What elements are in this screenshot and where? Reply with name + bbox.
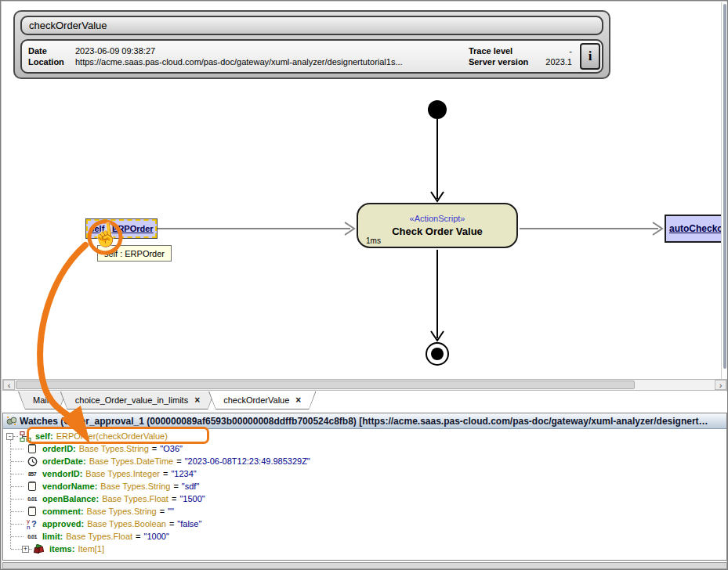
watch-value: "2023-06-08T12:23:49.985329Z" (185, 456, 310, 466)
watch-type: ERPOrder(checkOrderValue) (56, 431, 168, 441)
trace-level-value: - (545, 46, 572, 56)
watch-row-orderid[interactable]: orderID: Base Types.String = "O36" (3, 442, 726, 455)
watches-icon (6, 416, 16, 426)
watch-type: Base Types.String (87, 507, 157, 516)
equals-sign: = (163, 469, 168, 478)
tab-choice-order-value-in-limits[interactable]: choice_Order_value_in_limits × (60, 391, 215, 409)
location-value: https://acme.saas.pas-cloud.com/pas-doc/… (75, 57, 469, 67)
diagram-title: checkOrderValue (20, 16, 603, 35)
action-name: Check Order Value (392, 225, 483, 237)
object-node-label: self : ERPOrder (89, 224, 153, 233)
watches-title: Watches (Order_approval_1 (000000089af65… (20, 416, 708, 427)
equals-sign: = (152, 444, 157, 453)
watch-value: "1500" (179, 494, 205, 503)
watches-header: Watches (Order_approval_1 (000000089af65… (3, 413, 726, 429)
string-icon (25, 444, 39, 453)
initial-node (428, 100, 447, 119)
boolean-icon: y ? n (25, 519, 39, 529)
watch-row-self[interactable]: - self: ERPOrder(checkOrderValue) (3, 430, 726, 442)
action-duration: 1ms (366, 236, 381, 245)
collapse-icon[interactable]: - (6, 433, 13, 440)
tab-main[interactable]: Main (18, 391, 67, 409)
equals-sign: = (173, 482, 178, 491)
watch-row-orderdate[interactable]: orderDate: Base Types.DateTime = "2023-0… (3, 455, 726, 467)
equals-sign: = (160, 507, 165, 516)
watch-value: "sdf" (182, 482, 199, 491)
watch-type: Base Types.Boolean (87, 519, 166, 529)
watch-type: Base Types.String (100, 482, 170, 491)
watch-value: "false" (177, 519, 201, 529)
watch-row-vendorname[interactable]: vendorName: Base Types.String = "sdf" (3, 480, 726, 492)
status-bar (2, 562, 727, 569)
info-button[interactable]: i (580, 43, 600, 70)
watch-row-vendorid[interactable]: 857 vendorID: Base Types.Integer = "1234… (3, 467, 726, 480)
watch-name: self: (35, 431, 53, 441)
equals-sign: = (169, 519, 174, 529)
tab-choice-label: choice_Order_value_in_limits (75, 395, 188, 405)
watch-name: openBalance: (42, 494, 99, 503)
equals-sign: = (172, 494, 176, 503)
watch-row-items[interactable]: + items: Item[1] (3, 543, 726, 555)
watch-name: vendorName: (42, 482, 97, 491)
float-icon: 0.01 (25, 496, 39, 502)
node-autocheckout[interactable]: autoCheckou (665, 215, 724, 243)
expand-icon[interactable]: + (22, 546, 29, 553)
server-version-value: 2023.1 (545, 57, 572, 67)
close-icon[interactable]: × (295, 395, 301, 405)
watch-value: "1000" (144, 532, 169, 541)
watch-value: "" (168, 507, 174, 516)
watch-type: Base Types.Integer (85, 469, 160, 478)
location-label: Location (28, 57, 75, 67)
watch-row-limit[interactable]: 0.01 limit: Base Types.Float = "1000" (3, 530, 726, 543)
equals-sign: = (136, 532, 140, 541)
action-stereotype: «ActionScript» (410, 214, 465, 223)
canvas-horizontal-scrollbar[interactable]: ‹ › (2, 379, 727, 391)
scroll-left-button[interactable]: ‹ (3, 380, 15, 390)
watch-name: approved: (42, 519, 84, 529)
scroll-right-button[interactable]: › (715, 380, 726, 390)
watch-row-openbalance[interactable]: 0.01 openBalance: Base Types.Float = "15… (3, 492, 726, 505)
analyzer-window: checkOrderValue Date 2023-06-09 09:38:27… (0, 0, 728, 570)
watch-value: "1234" (171, 469, 196, 478)
watch-name: orderID: (42, 444, 76, 453)
watch-type: Base Types.Float (66, 532, 132, 541)
watches-panel: Watches (Order_approval_1 (000000089af65… (2, 413, 727, 561)
watch-name: orderDate: (42, 456, 86, 466)
vertical-scroll-thumb[interactable] (723, 4, 726, 369)
datetime-icon (25, 456, 39, 467)
watch-row-approved[interactable]: y ? n approved: Base Types.Boolean = "fa… (3, 518, 726, 530)
watch-value: "O36" (160, 444, 183, 453)
tab-checkordervalue[interactable]: checkOrderValue × (208, 391, 316, 409)
diagram-tabbar: Main choice_Order_value_in_limits × chec… (2, 391, 727, 413)
final-node (426, 343, 448, 365)
object-tooltip: self : ERPOrder (97, 245, 172, 262)
watches-tree: - self: ERPOrder(checkOrderValue) o (3, 429, 726, 555)
server-version-label: Server version (469, 57, 528, 67)
class-icon (18, 431, 32, 442)
autocheckout-label: autoCheckou (666, 223, 724, 234)
canvas-vertical-scrollbar[interactable] (721, 2, 727, 379)
string-icon (25, 507, 39, 516)
watch-type: Base Types.Float (102, 494, 168, 503)
tree-connector-line (10, 440, 11, 549)
date-value: 2023-06-09 09:38:27 (75, 46, 469, 56)
watch-type: Base Types.DateTime (89, 456, 174, 466)
tab-checkordervalue-label: checkOrderValue (223, 395, 289, 405)
watch-name: limit: (42, 532, 63, 541)
horizontal-scroll-thumb[interactable] (16, 381, 635, 389)
watch-name: items: (49, 544, 74, 554)
integer-icon: 857 (25, 471, 39, 477)
diagram-canvas[interactable]: checkOrderValue Date 2023-06-09 09:38:27… (2, 2, 727, 379)
array-icon (32, 544, 46, 554)
trace-info-box: Date 2023-06-09 09:38:27 Location https:… (20, 39, 603, 74)
close-icon[interactable]: × (194, 395, 200, 405)
watch-type: Item[1] (78, 544, 104, 554)
float-icon: 0.01 (25, 534, 39, 539)
string-icon (25, 482, 39, 491)
object-node-self-erporder[interactable]: self : ERPOrder (86, 219, 157, 238)
watch-row-comment[interactable]: comment: Base Types.String = "" (3, 505, 726, 518)
watch-name: vendorID: (42, 469, 82, 478)
watch-name: comment: (42, 507, 84, 516)
action-node-check-order-value[interactable]: «ActionScript» Check Order Value 1ms (357, 203, 518, 248)
diagram-header: checkOrderValue Date 2023-06-09 09:38:27… (13, 10, 610, 79)
